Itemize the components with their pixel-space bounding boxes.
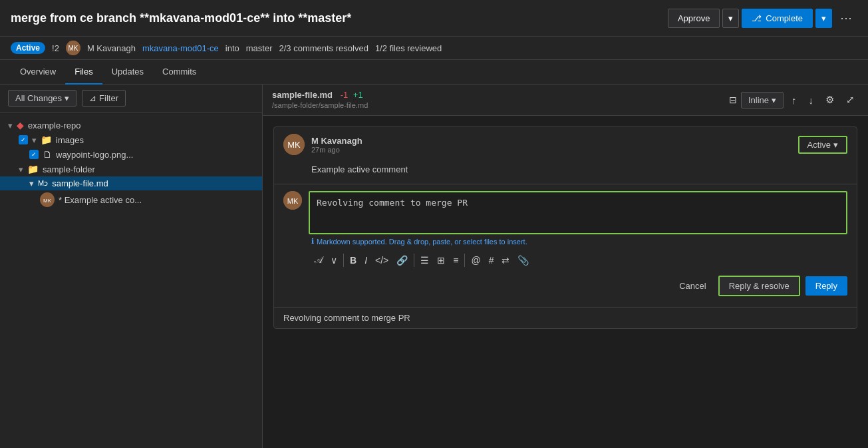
approve-button[interactable]: Approve	[668, 9, 720, 28]
filter-label: Filter	[99, 93, 118, 103]
branch-into: master	[246, 43, 273, 53]
tree-item-label: sample-folder	[43, 164, 95, 174]
repo-icon: ◆	[17, 120, 24, 130]
chevron-down-icon: ▾	[772, 95, 776, 105]
file-name: sample-file.md	[272, 90, 333, 100]
reply-input[interactable]	[309, 191, 847, 234]
reply-button[interactable]: Reply	[805, 276, 847, 296]
chevron-down-icon: ▾	[32, 135, 37, 145]
view-mode-icon: ⊟	[729, 95, 737, 105]
subheader: Active !2 MK M Kavanagh mkavana-mod01-ce…	[0, 37, 868, 60]
comment-meta: M Kavanagh 27m ago	[311, 136, 792, 154]
fullscreen-button[interactable]: ⤢	[842, 91, 859, 109]
tree-item-label: * Example active co...	[59, 195, 142, 205]
tab-files[interactable]: Files	[65, 60, 102, 85]
comment-thread: MK M Kavanagh 27m ago Active ▾ Example a…	[273, 126, 857, 329]
comments-resolved: 2/3 comments resolved	[279, 43, 368, 53]
author-avatar: MK	[66, 41, 80, 55]
complete-dropdown-button[interactable]: ▾	[815, 9, 832, 28]
checkbox-waypoint[interactable]: ✓	[29, 150, 39, 159]
reply-actions: Cancel Reply & resolve Reply	[283, 272, 847, 300]
tree-item-label: example-repo	[28, 120, 81, 130]
link-button[interactable]: 🔗	[393, 253, 411, 268]
tree-item-waypoint[interactable]: ✓ 🗋 waypoint-logo.png...	[0, 147, 262, 162]
file-path: /sample-folder/sample-file.md	[272, 101, 368, 109]
format-dropdown-button[interactable]: ∨	[327, 253, 341, 268]
comment-author-avatar: MK	[283, 134, 305, 155]
mention-button[interactable]: @	[468, 253, 484, 268]
code-button[interactable]: </>	[372, 253, 392, 268]
comment-avatar: MK	[40, 192, 55, 207]
comment-header: MK M Kavanagh 27m ago Active ▾	[274, 127, 857, 162]
tree-item-images[interactable]: ✓ ▾ 📁 images	[0, 132, 262, 147]
complete-button[interactable]: ⎇ Complete	[742, 9, 813, 28]
cancel-button[interactable]: Cancel	[672, 277, 712, 295]
strikethrough-button[interactable]: 𝒜	[311, 252, 326, 268]
into-text: into	[225, 43, 239, 53]
file-toolbar: sample-file.md -1 +1 /sample-folder/samp…	[263, 85, 868, 116]
status-dropdown-button[interactable]: Active ▾	[798, 136, 847, 154]
settings-icon-button[interactable]: ⚙	[821, 91, 838, 109]
tab-updates[interactable]: Updates	[102, 60, 153, 85]
attach-button[interactable]: 📎	[514, 253, 532, 268]
task-list-button[interactable]: ≡	[450, 253, 462, 268]
comment-panel: MK M Kavanagh 27m ago Active ▾ Example a…	[263, 116, 868, 448]
svg-text:MK: MK	[287, 140, 301, 150]
reply-avatar: MK	[283, 191, 302, 210]
comment-body: Example active comment	[274, 162, 857, 184]
comment-author-name: M Kavanagh	[311, 136, 792, 146]
all-changes-label: All Changes	[15, 93, 62, 103]
footer-comment-text: Revolving comment to merge PR	[283, 313, 410, 323]
chevron-down-icon: ▾	[8, 120, 13, 130]
inline-label: Inline	[748, 95, 769, 105]
branch-from-link[interactable]: mkavana-mod01-ce	[142, 43, 219, 53]
main-area: All Changes ▾ ⊿ Filter ▾ ◆ example-repo …	[0, 85, 868, 448]
tab-commits[interactable]: Commits	[153, 60, 206, 85]
inline-view-dropdown[interactable]: Inline ▾	[741, 92, 784, 109]
status-label: Active	[807, 140, 831, 150]
comment-text: Example active comment	[311, 164, 408, 174]
tree-item-sample-file[interactable]: ▾ Mↄ sample-file.md	[0, 176, 262, 190]
comment-footer: Revolving comment to merge PR	[274, 307, 857, 328]
folder-icon: 📁	[41, 134, 52, 145]
toolbar-right: ⊟ Inline ▾ ↑ ↓ ⚙ ⤢	[729, 91, 859, 109]
tree-item-comment[interactable]: MK * Example active co...	[0, 190, 262, 209]
approve-dropdown-button[interactable]: ▾	[722, 9, 739, 28]
tree-item-repo[interactable]: ▾ ◆ example-repo	[0, 118, 262, 132]
all-changes-dropdown[interactable]: All Changes ▾	[8, 90, 76, 107]
unordered-list-button[interactable]: ⊞	[434, 253, 448, 268]
hashtag-button[interactable]: #	[486, 253, 498, 268]
bold-button[interactable]: B	[347, 253, 360, 268]
status-badge: Active	[11, 42, 45, 54]
scroll-up-button[interactable]: ↑	[788, 92, 801, 109]
italic-button[interactable]: I	[361, 253, 370, 268]
file-icon: Mↄ	[38, 179, 48, 188]
tree-item-sample-folder[interactable]: ▾ 📁 sample-folder	[0, 162, 262, 176]
scroll-down-button[interactable]: ↓	[805, 92, 818, 109]
tree-item-label: images	[56, 135, 84, 145]
diff-deletions: -1	[341, 90, 349, 100]
page-title: merge from ce branch **mkavana-mod01-ce*…	[11, 11, 351, 25]
comment-count: !2	[52, 43, 59, 53]
ordered-list-button[interactable]: ☰	[417, 253, 432, 268]
divider	[343, 254, 344, 267]
chevron-down-icon: ▾	[19, 164, 23, 174]
filter-button[interactable]: ⊿ Filter	[82, 90, 126, 107]
checkbox-images[interactable]: ✓	[19, 135, 28, 144]
page-header: merge from ce branch **mkavana-mod01-ce*…	[0, 0, 868, 37]
divider-3	[464, 254, 465, 267]
snippet-button[interactable]: ⇄	[498, 253, 513, 268]
nav-tabs: Overview Files Updates Commits	[0, 60, 868, 85]
diff-additions: +1	[353, 90, 363, 100]
markdown-info: ℹ Markdown supported. Drag & drop, paste…	[283, 234, 847, 248]
reply-resolve-button[interactable]: Reply & resolve	[718, 276, 800, 296]
sidebar: All Changes ▾ ⊿ Filter ▾ ◆ example-repo …	[0, 85, 263, 448]
files-reviewed: 1/2 files reviewed	[375, 43, 442, 53]
more-options-button[interactable]: ⋯	[835, 7, 857, 29]
header-actions: Approve ▾ ⎇ Complete ▾ ⋯	[668, 7, 857, 29]
file-icon: 🗋	[43, 149, 52, 160]
comment-time: 27m ago	[311, 146, 792, 154]
tab-overview[interactable]: Overview	[11, 60, 65, 85]
svg-text:MK: MK	[43, 198, 52, 204]
svg-text:MK: MK	[287, 197, 299, 205]
